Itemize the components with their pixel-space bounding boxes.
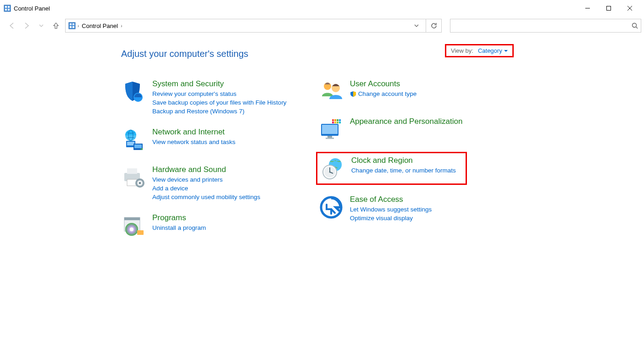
titlebar: Control Panel bbox=[0, 0, 644, 17]
maximize-button[interactable] bbox=[598, 1, 619, 16]
svg-rect-46 bbox=[332, 122, 334, 123]
svg-point-23 bbox=[141, 148, 143, 150]
category-hardware-sound: Hardware and Sound View devices and prin… bbox=[121, 165, 287, 200]
minimize-button[interactable] bbox=[577, 1, 598, 16]
svg-rect-1 bbox=[5, 6, 7, 8]
svg-rect-45 bbox=[339, 119, 341, 121]
category-title[interactable]: Ease of Access bbox=[350, 195, 432, 204]
up-button[interactable] bbox=[50, 19, 62, 32]
category-programs: Programs Uninstall a program bbox=[121, 213, 287, 238]
category-link[interactable]: Let Windows suggest settings bbox=[350, 206, 432, 213]
category-link[interactable]: Add a device bbox=[152, 185, 261, 192]
category-link[interactable]: Adjust commonly used mobility settings bbox=[152, 194, 261, 200]
svg-rect-39 bbox=[322, 125, 338, 134]
svg-rect-42 bbox=[332, 119, 334, 121]
svg-point-55 bbox=[329, 172, 330, 173]
view-by-value[interactable]: Category bbox=[478, 47, 508, 54]
category-title[interactable]: Appearance and Personalization bbox=[350, 117, 463, 126]
content-area: Adjust your computer's settings View by:… bbox=[0, 35, 644, 238]
svg-point-14 bbox=[633, 23, 637, 28]
svg-rect-11 bbox=[72, 23, 74, 25]
category-title[interactable]: User Accounts bbox=[350, 79, 417, 89]
svg-rect-22 bbox=[134, 144, 142, 148]
category-link[interactable]: Review your computer's status bbox=[152, 90, 287, 97]
page-heading: Adjust your computer's settings bbox=[121, 49, 644, 59]
window-title: Control Panel bbox=[14, 5, 50, 12]
close-button[interactable] bbox=[619, 1, 640, 16]
svg-rect-2 bbox=[8, 6, 10, 8]
chevron-right-icon: › bbox=[121, 23, 122, 28]
forward-button[interactable] bbox=[20, 19, 33, 32]
svg-rect-49 bbox=[339, 122, 341, 123]
category-title[interactable]: Hardware and Sound bbox=[152, 165, 261, 174]
address-dropdown[interactable] bbox=[410, 19, 423, 32]
category-clock-region: Clock and Region Change date, time, or n… bbox=[320, 156, 461, 181]
view-by-label: View by: bbox=[451, 47, 473, 54]
category-link[interactable]: View network status and tasks bbox=[152, 139, 235, 145]
svg-point-34 bbox=[130, 228, 133, 231]
svg-rect-13 bbox=[72, 26, 74, 28]
svg-rect-48 bbox=[337, 122, 339, 123]
ease-of-access-icon bbox=[319, 195, 344, 220]
category-title[interactable]: Programs bbox=[152, 213, 206, 222]
svg-rect-20 bbox=[127, 142, 134, 145]
category-ease-of-access: Ease of Access Let Windows suggest setti… bbox=[319, 195, 463, 222]
category-network-internet: Network and Internet View network status… bbox=[121, 128, 287, 152]
personalization-icon bbox=[319, 117, 344, 142]
category-link[interactable]: Change account type bbox=[350, 90, 417, 97]
category-link[interactable]: View devices and printers bbox=[152, 176, 261, 183]
category-title[interactable]: Network and Internet bbox=[152, 128, 235, 137]
users-icon bbox=[319, 79, 344, 104]
svg-rect-12 bbox=[70, 26, 72, 28]
category-title[interactable]: Clock and Region bbox=[351, 156, 456, 165]
chevron-right-icon: › bbox=[78, 23, 79, 28]
svg-rect-44 bbox=[337, 119, 339, 121]
clock-globe-icon bbox=[320, 156, 345, 181]
search-input[interactable] bbox=[453, 22, 632, 29]
svg-rect-3 bbox=[5, 9, 7, 11]
shield-icon bbox=[121, 79, 146, 104]
back-button[interactable] bbox=[6, 19, 18, 32]
svg-rect-10 bbox=[70, 23, 72, 25]
category-appearance-personalization: Appearance and Personalization bbox=[319, 117, 463, 142]
svg-rect-35 bbox=[137, 230, 144, 235]
category-link[interactable]: Change date, time, or number formats bbox=[351, 167, 456, 174]
globe-network-icon bbox=[121, 128, 146, 152]
view-by-selector[interactable]: View by: Category bbox=[445, 44, 514, 57]
category-link[interactable]: Uninstall a program bbox=[152, 224, 206, 231]
category-link[interactable]: Save backup copies of your files with Fi… bbox=[152, 99, 287, 106]
navbar: › Control Panel › bbox=[0, 17, 644, 35]
address-bar[interactable]: › Control Panel › bbox=[65, 19, 442, 33]
category-link[interactable]: Optimize visual display bbox=[350, 215, 432, 222]
category-user-accounts: User Accounts Change account type bbox=[319, 79, 463, 104]
svg-line-15 bbox=[636, 27, 638, 29]
app-icon bbox=[4, 5, 11, 12]
svg-rect-47 bbox=[334, 122, 336, 123]
svg-point-29 bbox=[139, 182, 141, 184]
search-bar[interactable] bbox=[450, 19, 641, 33]
shield-badge-icon bbox=[350, 91, 356, 97]
address-segment[interactable]: Control Panel bbox=[81, 22, 119, 30]
svg-rect-40 bbox=[328, 136, 332, 138]
highlighted-category: Clock and Region Change date, time, or n… bbox=[316, 152, 467, 185]
address-icon bbox=[68, 22, 76, 29]
left-column: System and Security Review your computer… bbox=[121, 79, 287, 238]
category-system-security: System and Security Review your computer… bbox=[121, 79, 287, 115]
printer-icon bbox=[121, 165, 146, 190]
category-title[interactable]: System and Security bbox=[152, 79, 287, 89]
svg-rect-43 bbox=[334, 119, 336, 121]
svg-rect-41 bbox=[326, 138, 334, 139]
recent-dropdown[interactable] bbox=[35, 19, 48, 32]
svg-rect-4 bbox=[8, 9, 10, 11]
refresh-button[interactable] bbox=[426, 19, 441, 32]
category-link[interactable]: Backup and Restore (Windows 7) bbox=[152, 108, 287, 115]
svg-rect-31 bbox=[124, 217, 140, 220]
svg-rect-6 bbox=[607, 6, 611, 11]
programs-icon bbox=[121, 213, 146, 238]
search-icon[interactable] bbox=[632, 22, 638, 29]
svg-rect-25 bbox=[127, 168, 137, 174]
right-column: User Accounts Change account type Appear… bbox=[319, 79, 463, 238]
